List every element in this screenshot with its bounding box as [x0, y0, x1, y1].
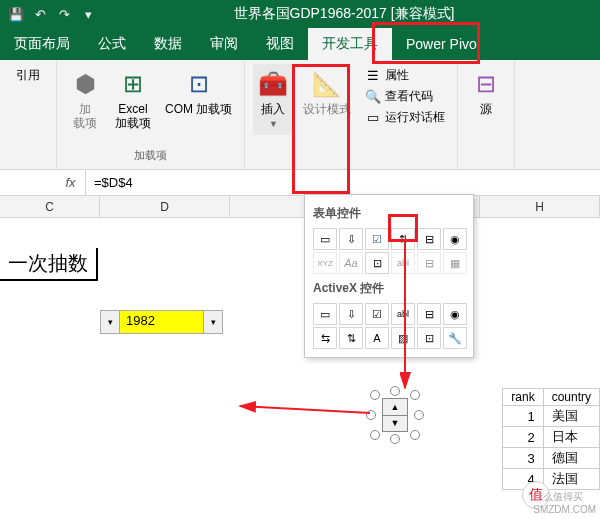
year-spinner-up-icon[interactable]: ▾: [204, 311, 222, 333]
view-code-icon: 🔍: [365, 89, 381, 105]
group-references: 引用: [0, 60, 57, 169]
group-label-addins: 加载项: [134, 148, 167, 165]
form-group-icon[interactable]: ⊡: [365, 252, 389, 274]
excel-addins-button[interactable]: ⊞ Excel 加载项: [111, 64, 155, 134]
ribbon: 引用 ⬢ 加 载项 ⊞ Excel 加载项 ⊡ COM 加载项 加载项 🧰 插入…: [0, 60, 600, 170]
spin-control-selected[interactable]: ▲ ▼: [370, 390, 420, 440]
tab-formulas[interactable]: 公式: [84, 28, 140, 60]
references-button[interactable]: 引用: [8, 64, 48, 86]
chevron-down-icon: ▼: [269, 119, 278, 129]
form-scroll-icon[interactable]: ⊟: [417, 252, 441, 274]
ribbon-tabs: 页面布局 公式 数据 审阅 视图 开发工具 Power Pivo: [0, 28, 600, 60]
formula-input[interactable]: [86, 170, 600, 195]
formula-bar: fx: [0, 170, 600, 196]
watermark-text: 什么值得买 SMZDM.COM: [533, 490, 596, 515]
tab-view[interactable]: 视图: [252, 28, 308, 60]
form-radio-icon[interactable]: ◉: [443, 228, 467, 250]
form-text-icon[interactable]: Aa: [339, 252, 363, 274]
tab-power-pivot[interactable]: Power Pivo: [392, 28, 491, 60]
tab-developer[interactable]: 开发工具: [308, 28, 392, 60]
addins-icon: ⬢: [69, 68, 101, 100]
ax-spinner-icon[interactable]: ⇅: [339, 327, 363, 349]
insert-controls-popup: 表单控件 ▭ ⇩ ☑ ⇅ ⊟ ◉ XYZ Aa ⊡ abl ⊟ ▦ Active…: [304, 194, 474, 358]
redo-icon[interactable]: ↷: [56, 6, 72, 22]
run-dialog-button[interactable]: ▭运行对话框: [363, 108, 447, 127]
toolbox-icon: 🧰: [257, 68, 289, 100]
title-bar: 💾 ↶ ↷ ▾ 世界各国GDP1968-2017 [兼容模式]: [0, 0, 600, 28]
window-title: 世界各国GDP1968-2017 [兼容模式]: [96, 5, 592, 23]
year-spinner[interactable]: ▾ 1982 ▾: [100, 310, 223, 334]
properties-button[interactable]: ☰属性: [363, 66, 447, 85]
form-label-icon[interactable]: XYZ: [313, 252, 337, 274]
ax-radio-icon[interactable]: ◉: [443, 303, 467, 325]
rank-table: rankcountry 1美国 2日本 3德国 4法国: [502, 388, 600, 490]
ax-image-icon[interactable]: ▨: [391, 327, 415, 349]
ax-label-icon[interactable]: A: [365, 327, 389, 349]
form-controls-grid: ▭ ⇩ ☑ ⇅ ⊟ ◉ XYZ Aa ⊡ abl ⊟ ▦: [311, 226, 467, 276]
design-mode-icon: 📐: [311, 68, 343, 100]
undo-icon[interactable]: ↶: [32, 6, 48, 22]
table-row: 2日本: [503, 427, 600, 448]
insert-control-button[interactable]: 🧰 插入▼: [253, 64, 293, 135]
run-dialog-icon: ▭: [365, 110, 381, 126]
country-header: country: [543, 389, 599, 406]
ax-toggle-icon[interactable]: ⊡: [417, 327, 441, 349]
source-button[interactable]: ⊟ 源: [466, 64, 506, 120]
cell-once-label: 一次抽数: [0, 248, 98, 281]
group-controls: 🧰 插入▼ 📐 设计模式 ☰属性 🔍查看代码 ▭运行对话框: [245, 60, 458, 169]
addins-button[interactable]: ⬢ 加 载项: [65, 64, 105, 134]
rank-header: rank: [503, 389, 543, 406]
form-controls-header: 表单控件: [311, 201, 467, 226]
form-spinner-icon[interactable]: ⇅: [391, 228, 415, 250]
col-h[interactable]: H: [480, 196, 600, 217]
group-addins: ⬢ 加 载项 ⊞ Excel 加载项 ⊡ COM 加载项 加载项: [57, 60, 245, 169]
spin-down-icon[interactable]: ▼: [383, 416, 407, 432]
ax-listbox-icon[interactable]: ⊟: [417, 303, 441, 325]
ax-combo-icon[interactable]: ⇩: [339, 303, 363, 325]
tab-page-layout[interactable]: 页面布局: [0, 28, 84, 60]
col-d[interactable]: D: [100, 196, 230, 217]
form-listbox-icon[interactable]: ⊟: [417, 228, 441, 250]
table-row: 1美国: [503, 406, 600, 427]
excel-addins-icon: ⊞: [117, 68, 149, 100]
year-value-cell[interactable]: 1982: [119, 311, 204, 333]
com-addins-button[interactable]: ⊡ COM 加载项: [161, 64, 236, 120]
ax-checkbox-icon[interactable]: ☑: [365, 303, 389, 325]
year-spinner-down-icon[interactable]: ▾: [101, 311, 119, 333]
source-icon: ⊟: [470, 68, 502, 100]
tab-data[interactable]: 数据: [140, 28, 196, 60]
table-row: 4法国: [503, 469, 600, 490]
table-row: 3德国: [503, 448, 600, 469]
activex-controls-grid: ▭ ⇩ ☑ abl ⊟ ◉ ⇆ ⇅ A ▨ ⊡ 🔧: [311, 301, 467, 351]
properties-icon: ☰: [365, 68, 381, 84]
com-addins-icon: ⊡: [183, 68, 215, 100]
form-button-icon[interactable]: ▭: [313, 228, 337, 250]
quick-access-toolbar: 💾 ↶ ↷ ▾: [8, 6, 96, 22]
col-c[interactable]: C: [0, 196, 100, 217]
ax-button-icon[interactable]: ▭: [313, 303, 337, 325]
view-code-button[interactable]: 🔍查看代码: [363, 87, 447, 106]
form-checkbox-icon[interactable]: ☑: [365, 228, 389, 250]
ax-scroll-icon[interactable]: ⇆: [313, 327, 337, 349]
activex-controls-header: ActiveX 控件: [311, 276, 467, 301]
qat-dropdown-icon[interactable]: ▾: [80, 6, 96, 22]
column-headers: C D H: [0, 196, 600, 218]
group-xml: ⊟ 源: [458, 60, 515, 169]
form-combo-icon[interactable]: ⇩: [339, 228, 363, 250]
ax-more-icon[interactable]: 🔧: [443, 327, 467, 349]
form-edit-icon[interactable]: abl: [391, 252, 415, 274]
tab-review[interactable]: 审阅: [196, 28, 252, 60]
save-icon[interactable]: 💾: [8, 6, 24, 22]
ax-text-icon[interactable]: abl: [391, 303, 415, 325]
design-mode-button[interactable]: 📐 设计模式: [299, 64, 355, 120]
spin-up-icon[interactable]: ▲: [383, 399, 407, 416]
form-frame-icon[interactable]: ▦: [443, 252, 467, 274]
fx-label[interactable]: fx: [56, 170, 86, 195]
